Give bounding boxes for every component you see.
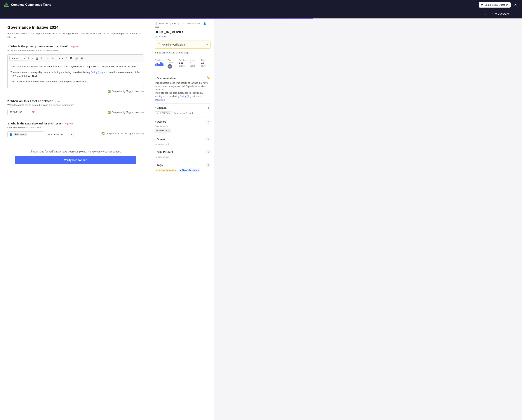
help-icon: ⓘ [190, 51, 192, 54]
initiative-description: Ensure that all of the most important da… [7, 32, 144, 39]
quote-button[interactable]: ❝ [64, 56, 68, 60]
stats-row: Popularity Top Users M Queries 2.7k quer… [155, 57, 210, 71]
stat-rows-value: 68 [201, 62, 209, 65]
bullet-list-button[interactable]: ≡ [46, 56, 50, 60]
stat-rows-label: Rows [201, 59, 209, 61]
buddy-link[interactable]: Buddy (dog actor) [91, 71, 109, 74]
date-input[interactable] [10, 111, 30, 114]
verification-label: Awaiting Verification [162, 43, 185, 46]
owner-tag-label: Adoption [159, 129, 167, 132]
lineage-title-row: ▾ Lineage [155, 106, 167, 109]
owners-add-icon[interactable]: + [207, 120, 210, 124]
role-select[interactable]: Data Steward Owner [46, 132, 74, 137]
documentation-title-row: ▾ Documentation [155, 77, 176, 80]
bold-button[interactable]: B [27, 56, 31, 60]
stat-popularity: Popularity [155, 59, 166, 66]
close-button[interactable]: ✕ [513, 2, 518, 8]
app-logo [4, 2, 9, 7]
initiative-title: Governance Initiative 2024 [7, 25, 144, 30]
owners-header[interactable]: ▾ Owners + [155, 120, 210, 124]
question-2-completed-badge: ✅ Completed by Maggie Hays now [107, 111, 144, 114]
documentation-header[interactable]: ▾ Documentation ✏️ [155, 76, 210, 80]
view-profile-link[interactable]: View Profile ↗ [155, 35, 169, 38]
adoption-tag-remove[interactable]: × [25, 133, 26, 135]
left-panel: Governance Initiative 2024 Ensure that a… [0, 19, 151, 420]
prev-asset-button[interactable]: ← [483, 11, 489, 17]
check-icon-1: ✅ [107, 90, 111, 93]
format-select[interactable]: Normal Heading 1 Heading 2 [9, 56, 26, 61]
show-more-link[interactable]: show more [155, 99, 210, 101]
strikethrough-button[interactable]: S [39, 56, 43, 60]
tags-add-icon[interactable]: + [207, 163, 210, 167]
verification-dropdown[interactable]: 🛡 Awaiting Verification ▾ [155, 40, 210, 49]
popularity-bar-chart [155, 62, 164, 66]
complete-by-question-button[interactable]: ⇄ Complete by Question [479, 2, 511, 8]
data-product-header[interactable]: ▾ Data Product + [155, 150, 210, 154]
table-button[interactable]: ⊞ [80, 56, 84, 60]
next-asset-button[interactable]: → [512, 11, 518, 17]
breadcrumb-ana: 👤 [203, 22, 206, 25]
switch-icon: ⇄ [481, 3, 483, 6]
stat-queries-label: Queries [179, 59, 186, 61]
topbar-right: ⇄ Complete by Question ✕ [479, 2, 518, 8]
stat-queries-sub: queries [179, 65, 186, 67]
data-product-add-icon[interactable]: + [207, 150, 210, 154]
air-bud-text: Air Bud [28, 75, 37, 78]
person-icon: 👤 [9, 133, 12, 136]
owner-tag-dot [156, 130, 158, 131]
question-2-required: required [55, 100, 63, 102]
bar-2 [156, 63, 158, 66]
doc-buddy-link[interactable]: Buddy (dog actor) [180, 95, 197, 98]
domain-title-row: ▾ Domain [155, 138, 166, 141]
link-button[interactable]: 🔗 [74, 56, 79, 60]
lineage-chevron-icon: ▾ [155, 107, 156, 109]
question-1-number: 1. [7, 45, 10, 48]
sync-time: 15 hours ago [176, 51, 189, 54]
question-3-number: 3. [7, 122, 10, 125]
date-input-wrapper[interactable]: 📅 [7, 109, 37, 115]
data-product-title: Data Product [157, 151, 173, 154]
lineage-header[interactable]: ▾ Lineage ↩ [155, 106, 210, 110]
documentation-edit-icon[interactable]: ✏️ [207, 76, 210, 80]
view-profile-label: View Profile [155, 35, 167, 38]
editor-content[interactable]: This dataset is a one-time backfill of c… [8, 62, 144, 88]
tags-header[interactable]: ▾ Tags + [155, 163, 210, 167]
domain-header[interactable]: ▾ Domain + [155, 137, 210, 141]
check-icon-2: ✅ [107, 111, 111, 114]
documentation-section: ▾ Documentation ✏️ This dataset is a one… [155, 74, 210, 103]
chevron-down-icon: ▾ [207, 43, 208, 46]
question-3-content: 👤 Adoption × Data Steward Owner [7, 132, 144, 137]
code-button[interactable]: </> [58, 56, 64, 60]
question-2-subdesc: When the asset will be deleted in case i… [7, 104, 144, 106]
tag-most-queried-label: ✎ Most Queried [158, 169, 174, 172]
verification-left: 🛡 Awaiting Verification [157, 43, 185, 46]
shield-icon: 🛡 [157, 43, 160, 46]
domain-add-icon[interactable]: + [207, 137, 210, 141]
owner-tag-remove[interactable]: × [168, 129, 169, 132]
tag-most-queried-remove[interactable]: × [175, 170, 176, 171]
bar-5 [162, 63, 163, 66]
verify-section: All questions for verification have been… [7, 144, 144, 170]
doc-chevron-icon: ▾ [155, 77, 156, 79]
page-title: Complete Compliance Tasks [11, 3, 51, 7]
ordered-list-button[interactable]: 1≡ [51, 56, 55, 60]
tag-needs-domain-remove[interactable]: × [198, 170, 199, 171]
underline-button[interactable]: U [35, 56, 39, 60]
verify-button[interactable]: Verify Responses [15, 156, 136, 164]
navbar: ← 1 of 2 Assets → [0, 10, 522, 18]
sync-text: Last synchronized [157, 51, 175, 54]
italic-button[interactable]: I [31, 56, 34, 60]
data-product-chevron-icon: ▾ [155, 151, 156, 153]
image-button[interactable]: 🖼 [69, 56, 73, 60]
owners-section: ▾ Owners + Data Stewards Adoption × [155, 117, 210, 135]
lineage-action-icon[interactable]: ↩ [208, 106, 210, 110]
lineage-title: Lineage [157, 106, 167, 109]
breadcrumb-companions: ... IL_COMPANIONS [180, 22, 200, 25]
toolbar-sep-1 [45, 57, 45, 60]
steward-input-box[interactable]: 👤 Adoption × [7, 132, 44, 137]
main-layout: Governance Initiative 2024 Ensure that a… [0, 19, 522, 420]
question-1-header: 1. What is the primary use case for this… [7, 45, 144, 48]
adoption-tag-label: Adoption [15, 133, 23, 136]
stat-popularity-label: Popularity [155, 59, 164, 61]
question-2-completed-time: now [140, 111, 144, 113]
